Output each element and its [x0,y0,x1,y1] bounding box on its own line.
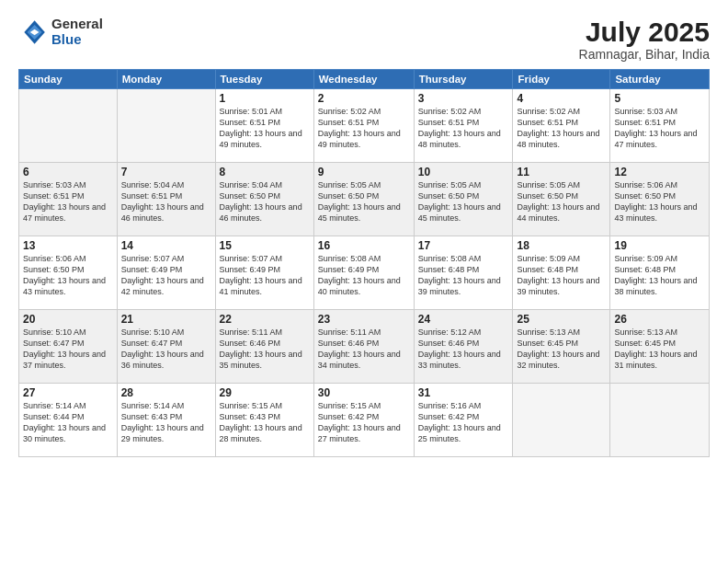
day-number: 21 [121,313,211,326]
calendar-cell: 5Sunrise: 5:03 AMSunset: 6:51 PMDaylight… [610,89,710,163]
day-info: Sunrise: 5:13 AMSunset: 6:45 PMDaylight:… [614,327,705,372]
day-number: 1 [220,92,310,105]
location: Ramnagar, Bihar, India [579,47,710,62]
calendar-week-row: 6Sunrise: 5:03 AMSunset: 6:51 PMDaylight… [19,163,710,236]
day-info: Sunrise: 5:07 AMSunset: 6:49 PMDaylight:… [220,253,310,298]
calendar-cell: 11Sunrise: 5:05 AMSunset: 6:50 PMDayligh… [513,163,610,236]
calendar-cell: 24Sunrise: 5:12 AMSunset: 6:46 PMDayligh… [414,310,513,384]
calendar-cell: 28Sunrise: 5:14 AMSunset: 6:43 PMDayligh… [117,384,215,457]
calendar-week-row: 13Sunrise: 5:06 AMSunset: 6:50 PMDayligh… [19,236,710,310]
day-info: Sunrise: 5:13 AMSunset: 6:45 PMDaylight:… [517,327,606,372]
day-info: Sunrise: 5:05 AMSunset: 6:50 PMDaylight:… [517,179,606,224]
day-info: Sunrise: 5:03 AMSunset: 6:51 PMDaylight:… [614,106,705,151]
th-sunday: Sunday [19,70,118,89]
calendar-cell: 4Sunrise: 5:02 AMSunset: 6:51 PMDaylight… [513,89,610,163]
general-blue-icon [18,17,48,47]
calendar-cell: 7Sunrise: 5:04 AMSunset: 6:51 PMDaylight… [117,163,215,236]
day-number: 18 [517,239,606,252]
logo-text: General Blue [51,17,103,47]
day-number: 27 [23,386,113,399]
day-info: Sunrise: 5:12 AMSunset: 6:46 PMDaylight:… [418,327,509,372]
day-number: 22 [220,313,310,326]
day-info: Sunrise: 5:07 AMSunset: 6:49 PMDaylight:… [121,253,211,298]
title-block: July 2025 Ramnagar, Bihar, India [579,17,710,62]
day-info: Sunrise: 5:05 AMSunset: 6:50 PMDaylight:… [318,179,410,224]
day-info: Sunrise: 5:11 AMSunset: 6:46 PMDaylight:… [220,327,310,372]
calendar-cell: 21Sunrise: 5:10 AMSunset: 6:47 PMDayligh… [117,310,215,384]
day-number: 3 [418,92,509,105]
day-info: Sunrise: 5:10 AMSunset: 6:47 PMDaylight:… [121,327,211,372]
day-info: Sunrise: 5:08 AMSunset: 6:49 PMDaylight:… [318,253,410,298]
day-info: Sunrise: 5:02 AMSunset: 6:51 PMDaylight:… [517,106,606,151]
day-number: 19 [614,239,705,252]
month-title: July 2025 [579,17,710,47]
calendar-cell: 22Sunrise: 5:11 AMSunset: 6:46 PMDayligh… [215,310,313,384]
calendar-cell [610,384,710,457]
th-saturday: Saturday [610,70,710,89]
calendar-cell: 8Sunrise: 5:04 AMSunset: 6:50 PMDaylight… [215,163,313,236]
day-number: 23 [318,313,410,326]
header: General Blue July 2025 Ramnagar, Bihar, … [18,17,710,62]
day-number: 30 [318,386,410,399]
calendar-cell: 12Sunrise: 5:06 AMSunset: 6:50 PMDayligh… [610,163,710,236]
day-number: 14 [121,239,211,252]
day-number: 16 [318,239,410,252]
day-number: 5 [614,92,705,105]
calendar-cell: 6Sunrise: 5:03 AMSunset: 6:51 PMDaylight… [19,163,118,236]
day-info: Sunrise: 5:08 AMSunset: 6:48 PMDaylight:… [418,253,509,298]
day-info: Sunrise: 5:14 AMSunset: 6:43 PMDaylight:… [121,400,211,445]
calendar-cell: 20Sunrise: 5:10 AMSunset: 6:47 PMDayligh… [19,310,118,384]
day-info: Sunrise: 5:15 AMSunset: 6:42 PMDaylight:… [318,400,410,445]
calendar-cell: 25Sunrise: 5:13 AMSunset: 6:45 PMDayligh… [513,310,610,384]
day-number: 11 [517,166,606,178]
day-number: 9 [318,166,410,178]
calendar-cell: 18Sunrise: 5:09 AMSunset: 6:48 PMDayligh… [513,236,610,310]
day-info: Sunrise: 5:04 AMSunset: 6:50 PMDaylight:… [220,179,310,224]
calendar-cell [513,384,610,457]
day-info: Sunrise: 5:09 AMSunset: 6:48 PMDaylight:… [517,253,606,298]
day-number: 24 [418,313,509,326]
day-info: Sunrise: 5:04 AMSunset: 6:51 PMDaylight:… [121,179,211,224]
day-info: Sunrise: 5:15 AMSunset: 6:43 PMDaylight:… [220,400,310,445]
day-number: 8 [220,166,310,178]
day-number: 15 [220,239,310,252]
calendar-table: Sunday Monday Tuesday Wednesday Thursday… [18,69,710,457]
calendar-cell: 29Sunrise: 5:15 AMSunset: 6:43 PMDayligh… [215,384,313,457]
calendar-cell: 16Sunrise: 5:08 AMSunset: 6:49 PMDayligh… [313,236,414,310]
day-number: 28 [121,386,211,399]
day-number: 7 [121,166,211,178]
day-info: Sunrise: 5:11 AMSunset: 6:46 PMDaylight:… [318,327,410,372]
page: General Blue July 2025 Ramnagar, Bihar, … [0,0,728,563]
calendar-cell: 26Sunrise: 5:13 AMSunset: 6:45 PMDayligh… [610,310,710,384]
logo-general: General [51,17,103,32]
calendar-cell: 10Sunrise: 5:05 AMSunset: 6:50 PMDayligh… [414,163,513,236]
calendar-week-row: 27Sunrise: 5:14 AMSunset: 6:44 PMDayligh… [19,384,710,457]
day-number: 4 [517,92,606,105]
day-number: 20 [23,313,113,326]
day-number: 10 [418,166,509,178]
day-number: 26 [614,313,705,326]
day-number: 12 [614,166,705,178]
day-info: Sunrise: 5:02 AMSunset: 6:51 PMDaylight:… [318,106,410,151]
day-info: Sunrise: 5:02 AMSunset: 6:51 PMDaylight:… [418,106,509,151]
day-info: Sunrise: 5:05 AMSunset: 6:50 PMDaylight:… [418,179,509,224]
th-wednesday: Wednesday [313,70,414,89]
day-info: Sunrise: 5:06 AMSunset: 6:50 PMDaylight:… [23,253,113,298]
day-number: 31 [418,386,509,399]
day-number: 6 [23,166,113,178]
calendar-cell: 27Sunrise: 5:14 AMSunset: 6:44 PMDayligh… [19,384,118,457]
calendar-cell [19,89,118,163]
day-info: Sunrise: 5:06 AMSunset: 6:50 PMDaylight:… [614,179,705,224]
calendar-cell: 23Sunrise: 5:11 AMSunset: 6:46 PMDayligh… [313,310,414,384]
logo-blue: Blue [51,32,103,48]
calendar-cell: 15Sunrise: 5:07 AMSunset: 6:49 PMDayligh… [215,236,313,310]
day-info: Sunrise: 5:09 AMSunset: 6:48 PMDaylight:… [614,253,705,298]
calendar-cell: 13Sunrise: 5:06 AMSunset: 6:50 PMDayligh… [19,236,118,310]
th-thursday: Thursday [414,70,513,89]
day-info: Sunrise: 5:14 AMSunset: 6:44 PMDaylight:… [23,400,113,445]
calendar-cell: 30Sunrise: 5:15 AMSunset: 6:42 PMDayligh… [313,384,414,457]
day-number: 2 [318,92,410,105]
day-info: Sunrise: 5:16 AMSunset: 6:42 PMDaylight:… [418,400,509,445]
day-info: Sunrise: 5:03 AMSunset: 6:51 PMDaylight:… [23,179,113,224]
calendar-cell: 2Sunrise: 5:02 AMSunset: 6:51 PMDaylight… [313,89,414,163]
